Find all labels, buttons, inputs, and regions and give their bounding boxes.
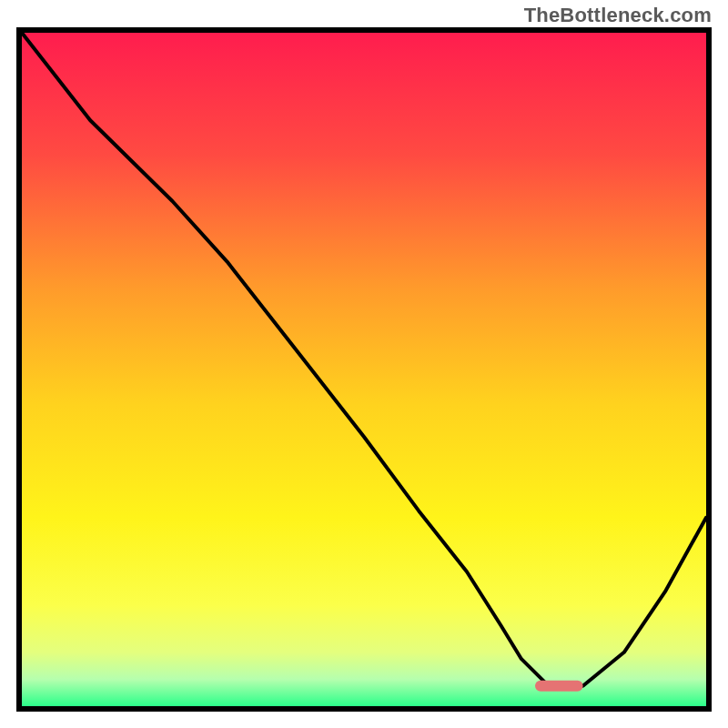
optimal-marker [535, 681, 583, 692]
chart-plot [22, 33, 706, 706]
gradient-background [22, 33, 706, 706]
chart-frame [16, 27, 712, 712]
watermark-text: TheBottleneck.com [524, 4, 712, 27]
